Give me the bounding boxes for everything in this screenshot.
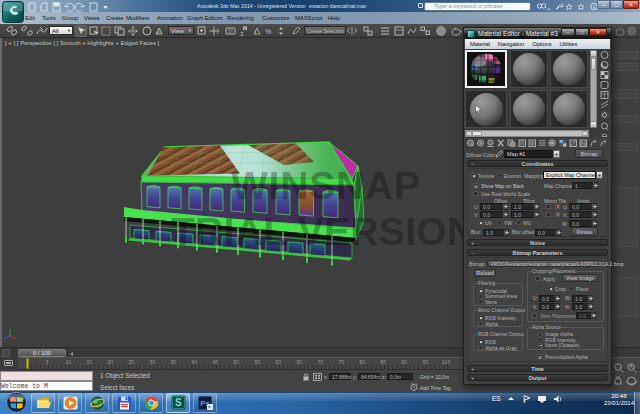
- svg-text:3: 3: [240, 31, 244, 37]
- svg-text:%: %: [265, 28, 271, 35]
- svg-text:S: S: [175, 397, 182, 408]
